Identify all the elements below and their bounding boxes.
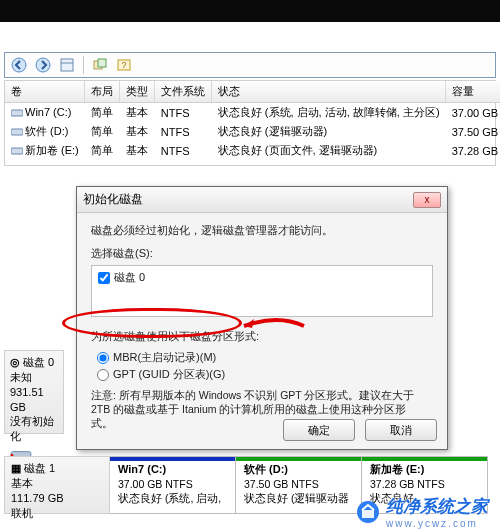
drive-icon — [11, 126, 23, 138]
close-icon[interactable]: x — [413, 192, 441, 208]
dialog-message: 磁盘必须经过初始化，逻辑磁盘管理器才能访问。 — [91, 223, 433, 238]
volume-table: 卷 布局 类型 文件系统 状态 容量 可用空 Win7 (C:) 简单 基本 N… — [4, 80, 496, 166]
dialog-titlebar[interactable]: 初始化磁盘 x — [77, 187, 447, 213]
table-row[interactable]: Win7 (C:) 简单 基本 NTFS 状态良好 (系统, 启动, 活动, 故… — [5, 103, 500, 123]
col-status[interactable]: 状态 — [212, 81, 446, 103]
part-size: 37.00 GB NTFS — [118, 478, 193, 490]
disk1-title: 磁盘 1 — [24, 462, 55, 474]
svg-rect-8 — [11, 110, 23, 116]
back-icon[interactable] — [11, 57, 27, 73]
drive-icon — [11, 107, 23, 119]
svg-point-1 — [36, 58, 50, 72]
table-row[interactable]: 新加卷 (E:) 简单 基本 NTFS 状态良好 (页面文件, 逻辑驱动器) 3… — [5, 141, 500, 160]
part-name: 新加卷 (E:) — [370, 463, 424, 475]
initialize-disk-dialog: 初始化磁盘 x 磁盘必须经过初始化，逻辑磁盘管理器才能访问。 选择磁盘(S): … — [76, 186, 448, 450]
toolbar-divider — [83, 56, 84, 74]
col-capacity[interactable]: 容量 — [446, 81, 500, 103]
col-vol[interactable]: 卷 — [5, 81, 85, 103]
help-icon[interactable]: ? — [116, 57, 132, 73]
svg-rect-2 — [61, 59, 73, 71]
disk1-type: 基本 — [11, 476, 103, 491]
col-type[interactable]: 类型 — [120, 81, 155, 103]
table-row[interactable]: 软件 (D:) 简单 基本 NTFS 状态良好 (逻辑驱动器) 37.50 GB… — [5, 122, 500, 141]
partition-style-label: 为所选磁盘使用以下磁盘分区形式: — [91, 329, 433, 344]
disk0-size: 931.51 GB — [10, 385, 58, 415]
radio-gpt-row[interactable]: GPT (GUID 分区表)(G) — [97, 367, 433, 382]
radio-gpt[interactable] — [97, 369, 109, 381]
svg-rect-9 — [11, 129, 23, 135]
partition-d[interactable]: 软件 (D:) 37.50 GB NTFS 状态良好 (逻辑驱动器 — [236, 456, 362, 514]
forward-icon[interactable] — [35, 57, 51, 73]
svg-rect-5 — [98, 59, 106, 67]
disk-0-label: 磁盘 0 — [114, 270, 145, 285]
radio-mbr-label: MBR(主启动记录)(M) — [113, 350, 216, 365]
disk0-state: 未知 — [10, 370, 58, 385]
vol-name: Win7 (C:) — [25, 106, 71, 118]
disk-0-checkbox[interactable] — [98, 272, 110, 284]
disk-0-checkbox-row[interactable]: 磁盘 0 — [98, 270, 426, 285]
disk0-panel[interactable]: ◎ 磁盘 0 未知 931.51 GB 没有初始化 — [4, 350, 64, 434]
col-fs[interactable]: 文件系统 — [155, 81, 212, 103]
radio-gpt-label: GPT (GUID 分区表)(G) — [113, 367, 225, 382]
disk0-title: ◎ 磁盘 0 — [10, 355, 58, 370]
part-status: 状态良好 (系统, 启动, — [118, 492, 221, 504]
svg-rect-10 — [11, 148, 23, 154]
disk1-state: 联机 — [11, 506, 103, 521]
drive-icon — [11, 145, 23, 157]
ok-button[interactable]: 确定 — [283, 419, 355, 441]
cancel-button[interactable]: 取消 — [365, 419, 437, 441]
radio-mbr-row[interactable]: MBR(主启动记录)(M) — [97, 350, 433, 365]
watermark-logo-icon — [356, 500, 380, 524]
disk0-init: 没有初始化 — [10, 414, 58, 444]
disk1-size: 111.79 GB — [11, 491, 103, 506]
svg-text:?: ? — [121, 60, 126, 70]
select-disk-label: 选择磁盘(S): — [91, 246, 433, 261]
disk1-header[interactable]: ▦ 磁盘 1 基本 111.79 GB 联机 — [4, 456, 110, 514]
partition-c[interactable]: Win7 (C:) 37.00 GB NTFS 状态良好 (系统, 启动, — [110, 456, 236, 514]
part-name: 软件 (D:) — [244, 463, 288, 475]
watermark-text: 纯净系统之家 — [386, 497, 488, 516]
watermark: 纯净系统之家 www.ycwz.com — [356, 495, 488, 529]
window-top-black-bar — [0, 0, 500, 22]
svg-point-0 — [12, 58, 26, 72]
watermark-url: www.ycwz.com — [386, 518, 488, 529]
refresh-icon[interactable] — [92, 57, 108, 73]
part-name: Win7 (C:) — [118, 463, 166, 475]
part-size: 37.50 GB NTFS — [244, 478, 319, 490]
vol-name: 新加卷 (E:) — [25, 144, 79, 156]
toolbar: ? — [4, 52, 496, 78]
radio-mbr[interactable] — [97, 352, 109, 364]
disk-list[interactable]: 磁盘 0 — [91, 265, 433, 317]
col-layout[interactable]: 布局 — [85, 81, 120, 103]
part-size: 37.28 GB NTFS — [370, 478, 445, 490]
vol-name: 软件 (D:) — [25, 125, 68, 137]
part-status: 状态良好 (逻辑驱动器 — [244, 492, 349, 504]
dialog-title: 初始化磁盘 — [83, 191, 143, 208]
table-header-row: 卷 布局 类型 文件系统 状态 容量 可用空 — [5, 81, 500, 103]
view-icon[interactable] — [59, 57, 75, 73]
